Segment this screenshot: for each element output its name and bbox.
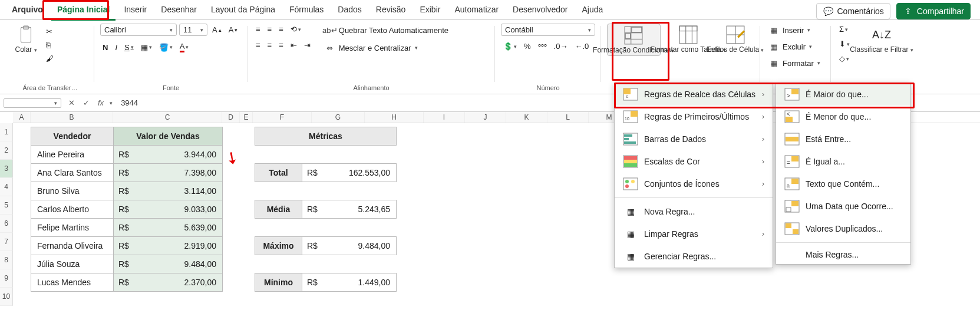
row-header[interactable]: 9 [0, 269, 13, 288]
col-header-valor[interactable]: Valor de Vendas [114, 127, 223, 146]
tab-layout[interactable]: Layout da Página [205, 1, 281, 21]
submenu-less-than[interactable]: <É Menor do que... [776, 105, 910, 128]
clear-button[interactable]: ◇ ▾ [837, 53, 852, 64]
increase-font-button[interactable]: A▴ [210, 24, 224, 35]
tab-inserir[interactable]: Inserir [118, 1, 153, 21]
tab-arquivo[interactable]: Arquivo [6, 1, 49, 21]
align-right-button[interactable]: ≡ [276, 39, 286, 51]
cell-vendedor[interactable]: Lucas Mendes [31, 273, 114, 292]
comments-button[interactable]: 💬 Comentários [816, 3, 890, 19]
cell-valor[interactable]: R$3.114,00 [114, 182, 223, 200]
tab-desenvolvedor[interactable]: Desenvolvedor [507, 1, 573, 21]
metric-value[interactable]: R$9.484,00 [302, 237, 397, 255]
cell-vendedor[interactable]: Ana Clara Santos [31, 164, 114, 182]
wrap-text-button[interactable]: ab↵ Quebrar Texto Automaticamente [322, 24, 451, 37]
cell-valor[interactable]: R$3.944,00 [114, 146, 223, 164]
tab-ajuda[interactable]: Ajuda [576, 1, 609, 21]
submenu-more-rules[interactable]: Mais Regras... [776, 245, 910, 264]
submenu-text-contains[interactable]: aTexto que Contém... [776, 173, 910, 195]
table-row[interactable]: Lucas MendesR$2.370,00 [31, 273, 223, 292]
cell-valor[interactable]: R$9.484,00 [114, 255, 223, 273]
cell-styles-button[interactable]: Estilos de Célula ▾ [716, 24, 754, 55]
submenu-equal[interactable]: =É Igual a... [776, 150, 910, 173]
row-header[interactable]: 3 [0, 160, 13, 178]
borders-button[interactable]: ▦ ▾ [138, 42, 154, 53]
cell-valor[interactable]: R$2.919,00 [114, 237, 223, 255]
row-header[interactable]: 8 [0, 251, 13, 269]
merge-center-button[interactable]: ⇔ Mesclar e Centralizar ▾ [322, 41, 451, 54]
format-painter-button[interactable]: 🖌 [44, 53, 56, 64]
menu-item-clear-rules[interactable]: ▦Limpar Regras › [615, 223, 773, 245]
table-row[interactable]: Ana Clara SantosR$7.398,00 [31, 164, 223, 182]
column-header[interactable]: E [240, 112, 253, 123]
cell-vendedor[interactable]: Carlos Alberto [31, 200, 114, 219]
name-box[interactable]: ▾ [4, 98, 61, 108]
column-header[interactable]: D [222, 112, 240, 123]
row-header[interactable]: 7 [0, 233, 13, 251]
font-size-dropdown[interactable]: 11▾ [179, 24, 207, 36]
submenu-between[interactable]: Está Entre... [776, 128, 910, 150]
menu-item-data-bars[interactable]: Barras de Dados › [615, 128, 773, 150]
fill-color-button[interactable]: 🪣 ▾ [157, 42, 175, 53]
tab-formulas[interactable]: Fórmulas [283, 1, 329, 21]
fx-button[interactable]: fx [95, 97, 106, 108]
table-row[interactable]: Felipe MartinsR$5.639,00 [31, 219, 223, 237]
tab-revisao[interactable]: Revisão [370, 1, 412, 21]
row-header[interactable]: 10 [0, 288, 13, 306]
cut-button[interactable]: ✂ [44, 26, 56, 37]
submenu-greater-than[interactable]: >É Maior do que... [776, 83, 910, 105]
tab-automatizar[interactable]: Automatizar [448, 1, 504, 21]
table-row[interactable]: Júlia SouzaR$9.484,00 [31, 255, 223, 273]
copy-button[interactable]: ⎘ [44, 39, 56, 51]
format-cells-button[interactable]: ▦Formatar ▾ [766, 57, 823, 70]
cell-vendedor[interactable]: Fernanda Oliveira [31, 237, 114, 255]
menu-item-highlight-rules[interactable]: ≤Regras de Realce das Células › [615, 83, 773, 105]
cell-valor[interactable]: R$2.370,00 [114, 273, 223, 292]
column-header[interactable]: H [365, 112, 424, 123]
table-row[interactable]: Aline PereiraR$3.944,00 [31, 146, 223, 164]
metric-label[interactable]: Total [255, 164, 302, 182]
comma-format-button[interactable]: ᵒᵒᵒ [536, 41, 549, 52]
column-header[interactable]: B [31, 112, 113, 123]
delete-cells-button[interactable]: ▦Excluir ▾ [766, 40, 814, 53]
column-header[interactable]: C [113, 112, 222, 123]
tab-desenhar[interactable]: Desenhar [155, 1, 203, 21]
cell-vendedor[interactable]: Felipe Martins [31, 219, 114, 237]
align-left-button[interactable]: ≡ [253, 39, 263, 51]
column-header[interactable]: K [506, 112, 547, 123]
paste-button[interactable]: Colar ▾ [12, 24, 40, 55]
tab-pagina-inicial[interactable]: Página Inicial [51, 1, 116, 21]
font-color-button[interactable]: A ▾ [177, 41, 192, 54]
tab-dados[interactable]: Dados [332, 1, 367, 21]
cell-valor[interactable]: R$9.033,00 [114, 200, 223, 219]
column-header[interactable]: I [424, 112, 465, 123]
column-header[interactable]: J [465, 112, 506, 123]
format-as-table-button[interactable]: Formatar como Tabela ▾ [664, 24, 713, 55]
submenu-duplicates[interactable]: Valores Duplicados... [776, 217, 910, 240]
cancel-formula-button[interactable]: ✕ [66, 97, 77, 108]
increase-indent-button[interactable]: ⇥ [302, 39, 313, 51]
menu-item-manage-rules[interactable]: ▦Gerenciar Regras... [615, 245, 773, 268]
column-header[interactable]: G [312, 112, 365, 123]
percent-format-button[interactable]: % [522, 41, 533, 52]
metric-label[interactable]: Máximo [255, 237, 302, 255]
table-row[interactable]: Fernanda OliveiraR$2.919,00 [31, 237, 223, 255]
increase-decimal-button[interactable]: .0→ [552, 41, 570, 52]
orientation-button[interactable]: ⟲ ▾ [288, 24, 303, 35]
share-button[interactable]: ⇪ Compartilhar [896, 3, 971, 19]
cell-valor[interactable]: R$7.398,00 [114, 164, 223, 182]
menu-item-icon-sets[interactable]: Conjuntos de Ícones › [615, 173, 773, 195]
autosum-button[interactable]: Σ ▾ [837, 24, 852, 35]
number-format-dropdown[interactable]: Contábil▾ [501, 24, 595, 36]
sort-filter-button[interactable]: A↓Z Classificar e Filtrar ▾ [856, 24, 908, 55]
insert-cells-button[interactable]: ▦Inserir ▾ [766, 24, 813, 37]
confirm-formula-button[interactable]: ✓ [81, 97, 92, 108]
metric-label[interactable]: Mínimo [255, 273, 302, 292]
metric-value[interactable]: R$1.449,00 [302, 273, 397, 292]
bold-button[interactable]: N [100, 42, 110, 53]
row-header[interactable]: 4 [0, 178, 13, 196]
submenu-date-occurs[interactable]: Uma Data que Ocorre... [776, 195, 910, 217]
italic-button[interactable]: I [113, 42, 120, 53]
cell-vendedor[interactable]: Aline Pereira [31, 146, 114, 164]
tab-exibir[interactable]: Exibir [414, 1, 446, 21]
